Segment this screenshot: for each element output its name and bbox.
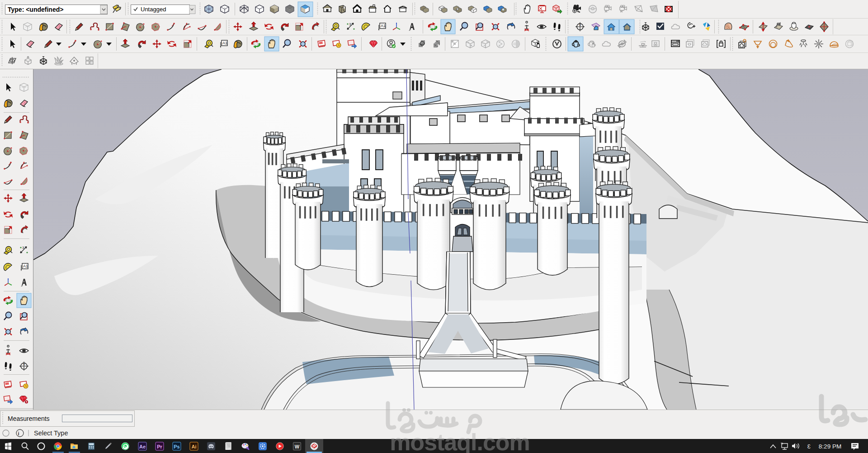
svg-text:Type: <undefined>: Type: <undefined> <box>8 6 63 13</box>
svg-text:i: i <box>18 431 19 436</box>
svg-text:Ae: Ae <box>139 444 146 449</box>
svg-text:mostaql.com: mostaql.com <box>390 429 530 453</box>
svg-text:Ps: Ps <box>174 444 179 449</box>
svg-text:3: 3 <box>807 443 811 450</box>
svg-text:Pr: Pr <box>157 444 162 449</box>
svg-text:Untagged: Untagged <box>141 6 166 13</box>
svg-text:W: W <box>295 444 300 449</box>
svg-text:Measurements: Measurements <box>8 415 50 422</box>
svg-text:Select Type: Select Type <box>34 429 68 437</box>
svg-text:8:29 PM: 8:29 PM <box>819 443 841 450</box>
svg-text:Ai: Ai <box>192 444 197 449</box>
